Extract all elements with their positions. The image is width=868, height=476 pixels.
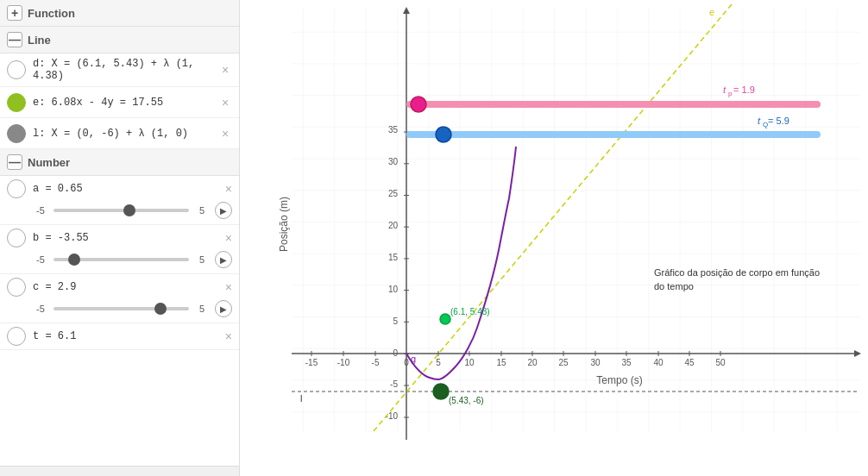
svg-text:25: 25 — [388, 189, 399, 198]
item-e-close[interactable]: × — [218, 96, 232, 110]
number-section-label: Number — [28, 156, 70, 169]
function-section-header: + Function — [0, 0, 239, 27]
blue-slider-value: = 5.9 — [768, 116, 789, 126]
number-a-close[interactable]: × — [225, 182, 232, 196]
list-item: d: X = (6.1, 5.43) + λ (1, 4.38) × — [0, 53, 239, 87]
svg-text:-5: -5 — [372, 358, 380, 367]
svg-text:0: 0 — [404, 358, 409, 367]
number-t-close[interactable]: × — [225, 329, 232, 343]
number-c-close[interactable]: × — [225, 280, 232, 294]
item-l-close[interactable]: × — [218, 127, 232, 141]
svg-text:10: 10 — [464, 358, 475, 367]
pink-slider-thumb[interactable] — [411, 97, 426, 112]
list-item: l: X = (0, -6) + λ (1, 0) × — [0, 118, 239, 149]
slider-a-max: 5 — [194, 205, 210, 216]
svg-text:5: 5 — [393, 316, 398, 326]
slider-a-min: -5 — [33, 205, 48, 216]
point-5.43-minus6-label: (5.43, -6) — [449, 396, 484, 405]
svg-text:-5: -5 — [390, 379, 398, 389]
sidebar: + Function — Line d: X = (6.1, 5.43) + λ… — [0, 0, 240, 476]
svg-text:20: 20 — [527, 358, 538, 367]
number-a-item: a = 0.65 × -5 5 ▶ — [0, 176, 239, 225]
number-t-item: t = 6.1 × — [0, 323, 239, 350]
play-a-button[interactable]: ▶ — [215, 202, 232, 219]
item-l-text: l: X = (0, -6) + λ (1, 0) — [33, 128, 215, 140]
item-d-text: d: X = (6.1, 5.43) + λ (1, 4.38) — [33, 58, 215, 82]
slider-b-thumb[interactable] — [68, 254, 80, 266]
slider-a-track[interactable] — [53, 209, 189, 212]
svg-text:20: 20 — [388, 221, 399, 230]
line-section-header: — Line — [0, 27, 239, 53]
collapse-number-button[interactable]: — — [7, 154, 22, 170]
svg-text:5: 5 — [436, 358, 441, 367]
number-section-header: — Number — [0, 149, 239, 176]
slider-c-thumb[interactable] — [154, 303, 167, 315]
curve-g-label: g — [411, 354, 416, 364]
pink-slider-value: = 1.9 — [733, 85, 755, 95]
point-6.1-5.43-label: (6.1, 5.43) — [450, 307, 490, 316]
point-6.1-5.43 — [440, 314, 450, 324]
y-axis-label: Posição (m) — [278, 197, 290, 252]
svg-rect-55 — [406, 101, 821, 108]
item-e-text: e: 6.08x - 4y = 17.55 — [33, 97, 215, 109]
sidebar-scrollbar[interactable] — [0, 466, 239, 476]
svg-text:30: 30 — [590, 358, 601, 367]
add-function-button[interactable]: + — [7, 5, 22, 21]
number-c-item: c = 2.9 × -5 5 ▶ — [0, 274, 239, 323]
svg-text:40: 40 — [653, 358, 664, 367]
number-c-circle — [7, 278, 26, 297]
list-item: e: 6.08x - 4y = 17.55 × — [0, 87, 239, 118]
svg-text:-10: -10 — [337, 358, 350, 367]
item-d-close[interactable]: × — [218, 63, 232, 77]
svg-text:35: 35 — [621, 358, 632, 367]
point-5.43-minus6 — [433, 384, 449, 399]
slider-a-thumb[interactable] — [123, 204, 135, 216]
number-t-label: t = 6.1 — [33, 330, 225, 342]
slider-b-min: -5 — [33, 254, 48, 265]
pink-slider-sublabel: p — [728, 90, 733, 97]
svg-text:15: 15 — [388, 253, 399, 262]
svg-text:35: 35 — [388, 125, 399, 135]
svg-text:0: 0 — [393, 348, 398, 358]
number-b-label: b = -3.55 — [33, 232, 225, 244]
line-e-label: e — [709, 7, 714, 17]
line-section-label: Line — [28, 34, 51, 47]
number-b-circle — [7, 229, 26, 247]
number-b-close[interactable]: × — [225, 231, 232, 245]
svg-text:25: 25 — [558, 358, 569, 367]
svg-text:50: 50 — [715, 358, 726, 367]
item-e-circle — [7, 93, 26, 112]
graph-description-line2: do tempo — [654, 281, 694, 291]
play-c-button[interactable]: ▶ — [215, 300, 232, 317]
slider-b-max: 5 — [194, 254, 210, 265]
slider-c-min: -5 — [33, 304, 48, 314]
svg-rect-1 — [292, 9, 861, 431]
number-t-circle — [7, 327, 26, 346]
x-axis-label: Tempo (s) — [596, 374, 642, 386]
graph-area: 0 5 10 15 20 25 30 35 -5 -10 0 -15 -10 — [240, 0, 868, 476]
svg-text:30: 30 — [388, 157, 399, 166]
graph-svg: 0 5 10 15 20 25 30 35 -5 -10 0 -15 -10 — [240, 0, 868, 476]
number-b-item: b = -3.55 × -5 5 ▶ — [0, 225, 239, 274]
svg-text:-15: -15 — [305, 358, 318, 367]
item-l-circle — [7, 124, 26, 143]
graph-description-line1: Gráfico da posição de corpo em função — [654, 267, 820, 278]
number-a-circle — [7, 179, 26, 198]
function-section-label: Function — [28, 7, 75, 20]
blue-slider-thumb[interactable] — [436, 127, 451, 142]
slider-b-track[interactable] — [53, 258, 189, 261]
svg-text:45: 45 — [684, 358, 695, 367]
number-c-label: c = 2.9 — [33, 281, 225, 293]
item-d-circle — [7, 60, 26, 79]
svg-text:15: 15 — [496, 358, 506, 367]
svg-rect-56 — [406, 131, 821, 138]
svg-text:-10: -10 — [386, 411, 399, 421]
play-b-button[interactable]: ▶ — [215, 251, 232, 268]
svg-text:10: 10 — [388, 285, 399, 294]
slider-c-track[interactable] — [53, 307, 189, 310]
hline-label: l — [300, 393, 302, 404]
number-a-label: a = 0.65 — [33, 183, 225, 195]
slider-c-max: 5 — [194, 304, 210, 314]
collapse-line-button[interactable]: — — [7, 32, 22, 47]
